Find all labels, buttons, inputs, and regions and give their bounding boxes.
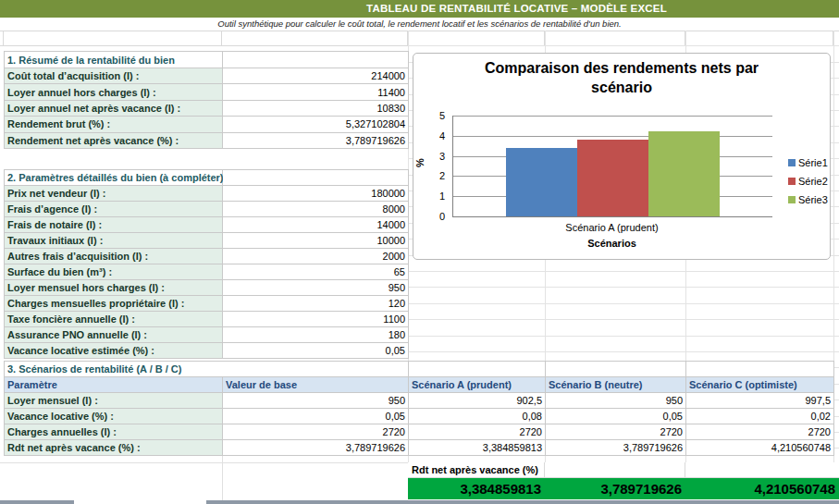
empty-cell[interactable] xyxy=(685,462,839,478)
table-row: Rdt net après vacance (%) : 3,789719626 … xyxy=(5,440,834,456)
row-label[interactable]: Loyer annuel hors charges (I) : xyxy=(5,84,223,100)
row-value[interactable]: 11400 xyxy=(223,84,409,100)
legend-swatch-serie3 xyxy=(788,196,796,203)
row-label[interactable]: Charges annuelles (I) : xyxy=(5,424,223,440)
row-value[interactable]: 14000 xyxy=(223,217,409,233)
col-header-valeur-de-base[interactable]: Valeur de base xyxy=(223,377,409,393)
summary-label-row: Rdt net après vacance (%) xyxy=(408,462,839,478)
row-label[interactable]: Taxe foncière annuelle (I) : xyxy=(5,312,223,327)
bar-serie2[interactable] xyxy=(577,140,648,216)
row-label[interactable]: Rdt net après vacance (%) : xyxy=(5,440,223,456)
legend-item-serie1[interactable]: Série1 xyxy=(788,157,828,168)
bar-serie1[interactable] xyxy=(506,148,577,216)
cell-value[interactable]: 3,789719626 xyxy=(546,440,686,456)
row-value[interactable]: 65 xyxy=(223,264,409,280)
cell-value[interactable]: 3,384859813 xyxy=(409,440,546,456)
cell-value[interactable]: 2720 xyxy=(686,424,834,440)
summary-value-b[interactable]: 3,789719626 xyxy=(545,478,685,499)
row-label[interactable]: Charges mensuelles propriétaire (I) : xyxy=(5,296,223,312)
row-value[interactable]: 180 xyxy=(223,327,409,343)
legend-item-serie3[interactable]: Série3 xyxy=(788,194,828,205)
row-value[interactable]: 214000 xyxy=(223,68,409,84)
row-value[interactable]: 3,789719626 xyxy=(223,133,409,149)
section-1-header: 1. Résumé de la rentabilité du bien xyxy=(5,52,223,68)
y-axis-title: % xyxy=(414,158,426,167)
cell-value[interactable]: 2720 xyxy=(546,424,686,440)
row-label[interactable]: Rendement net après vacance (%) : xyxy=(5,133,223,149)
cell-c3[interactable] xyxy=(222,31,408,45)
col-header-scenario-c[interactable]: Scénario C (optimiste) xyxy=(686,377,834,393)
cell-b3[interactable] xyxy=(4,31,222,45)
bottom-edge-strip xyxy=(206,500,839,504)
row-label[interactable]: Coût total d’acquisition (I) : xyxy=(5,68,223,84)
cell-value[interactable]: 0,02 xyxy=(686,409,834,424)
section-3-scenarios: 3. Scénarios de rentabilité (A / B / C) … xyxy=(4,361,834,456)
row-value[interactable]: 950 xyxy=(223,280,409,296)
spreadsheet: TABLEAU DE RENTABILITÉ LOCATIVE – MODÈLE… xyxy=(0,0,839,504)
sheet-title-bar: TABLEAU DE RENTABILITÉ LOCATIVE – MODÈLE… xyxy=(0,0,839,18)
section-1-summary: 1. Résumé de la rentabilité du bien Coût… xyxy=(4,51,409,149)
row-label[interactable]: Loyer annuel net après vacance (I) : xyxy=(5,101,223,117)
row-value[interactable]: 1100 xyxy=(223,312,409,327)
section-2-header: 2. Paramètres détaillés du bien (à compl… xyxy=(5,170,223,186)
row-label[interactable]: Autres frais d’acquisition (I) : xyxy=(5,249,223,264)
col-header-parametre[interactable]: Paramètre xyxy=(5,377,223,393)
y-tick-2: 2 xyxy=(421,170,445,181)
row-label[interactable]: Loyer mensuel hors charges (I) : xyxy=(5,280,223,296)
bottom-edge-strip xyxy=(0,500,74,504)
row-value[interactable]: 120 xyxy=(223,296,409,312)
section-3-header: 3. Scénarios de rentabilité (A / B / C) xyxy=(5,362,409,377)
col-header-scenario-a[interactable]: Scénario A (prudent) xyxy=(409,377,546,393)
row-label[interactable]: Assurance PNO annuelle (I) : xyxy=(5,327,223,343)
row-label[interactable]: Loyer mensuel (I) : xyxy=(5,393,223,409)
row-value[interactable]: 5,327102804 xyxy=(223,117,409,132)
x-axis-title: Scénarios xyxy=(452,238,771,249)
row-label[interactable]: Surface du bien (m³) : xyxy=(5,264,223,280)
summary-green-row: 3,384859813 3,789719626 4,210560748 xyxy=(408,478,839,499)
y-tick-4: 4 xyxy=(421,130,445,141)
row-value[interactable]: 2000 xyxy=(223,249,409,264)
cell-value[interactable]: 0,05 xyxy=(223,409,409,424)
cell-value[interactable]: 2720 xyxy=(409,424,546,440)
row-label[interactable]: Rendement brut (%) : xyxy=(5,117,223,132)
scenario-table-header: Paramètre Valeur de base Scénario A (pru… xyxy=(5,377,834,393)
table-row: Vacance locative (%) : 0,05 0,08 0,05 0,… xyxy=(5,409,834,424)
row-value[interactable]: 10830 xyxy=(223,101,409,117)
row-label[interactable]: Travaux initiaux (I) : xyxy=(5,233,223,249)
cell-value[interactable]: 950 xyxy=(223,393,409,409)
cell-value[interactable]: 2720 xyxy=(223,424,409,440)
bar-chart[interactable]: Comparaison des rendements nets par scén… xyxy=(413,53,831,260)
y-tick-0: 0 xyxy=(421,211,445,222)
row-value[interactable]: 180000 xyxy=(223,186,409,202)
row-label[interactable]: Frais d’agence (I) : xyxy=(5,202,223,217)
bar-serie3[interactable] xyxy=(648,131,720,216)
cell-value[interactable]: 0,08 xyxy=(409,409,546,424)
chart-title: Comparaison des rendements nets par scén… xyxy=(413,58,830,97)
row-label[interactable]: Prix net vendeur (I) : xyxy=(5,186,223,202)
legend-swatch-serie2 xyxy=(788,178,796,185)
summary-value-a[interactable]: 3,384859813 xyxy=(408,478,545,499)
legend-item-serie2[interactable]: Série2 xyxy=(788,176,828,187)
row-value[interactable]: 0,05 xyxy=(223,343,409,359)
cell-value[interactable]: 902,5 xyxy=(409,393,546,409)
x-category-label: Scénario A (prudent) xyxy=(452,222,771,233)
row-value[interactable]: 8000 xyxy=(223,202,409,217)
summary-label[interactable]: Rdt net après vacance (%) xyxy=(408,462,545,478)
row-label[interactable]: Vacance locative (%) : xyxy=(5,409,223,424)
summary-value-c[interactable]: 4,210560748 xyxy=(685,478,839,499)
cell-value[interactable]: 997,5 xyxy=(686,393,834,409)
row-label[interactable]: Frais de notaire (I) : xyxy=(5,217,223,233)
sheet-title: TABLEAU DE RENTABILITÉ LOCATIVE – MODÈLE… xyxy=(366,3,667,14)
row-label[interactable]: Vacance locative estimée (%) : xyxy=(5,343,223,359)
plot-area xyxy=(452,116,772,217)
cell-value[interactable]: 3,789719626 xyxy=(223,440,409,456)
row-value[interactable]: 10000 xyxy=(223,233,409,249)
empty-cell[interactable] xyxy=(545,462,685,478)
legend-swatch-serie1 xyxy=(788,159,796,166)
col-header-scenario-b[interactable]: Scénario B (neutre) xyxy=(546,377,686,393)
cell-value[interactable]: 4,210560748 xyxy=(686,440,834,456)
cell-value[interactable]: 950 xyxy=(546,393,686,409)
background-gridlines-bottom-left xyxy=(0,455,408,500)
cell-value[interactable]: 0,05 xyxy=(546,409,686,424)
sheet-subtitle: Outil synthétique pour calculer le coût … xyxy=(0,18,839,31)
